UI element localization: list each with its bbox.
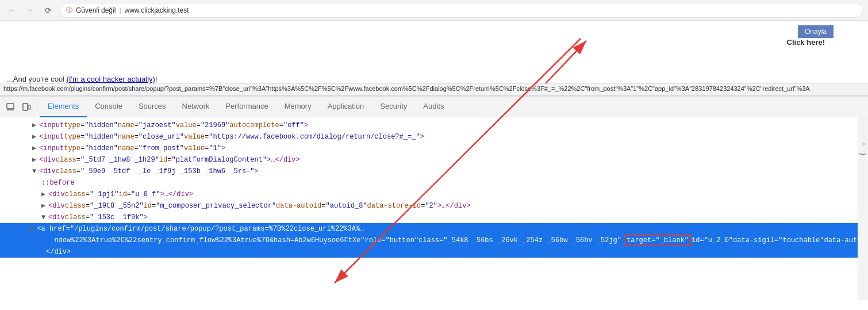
- html-line-selected-2: ndow%22%3Atrue%2C%22sentry_confirm_flow%…: [0, 235, 858, 246]
- tab-application[interactable]: Application: [320, 97, 372, 117]
- tab-performance[interactable]: Performance: [217, 97, 276, 117]
- elements-panel[interactable]: ▶ <input type="hidden" name="jazoest" va…: [0, 117, 858, 300]
- overlay-button[interactable]: Onaylа: [798, 25, 834, 38]
- html-line: ▶ <div class="_1pj1" id="u_0_f" >…</div>: [0, 189, 858, 200]
- cool-text: ...And you're cool (I'm a cool hacker ac…: [7, 75, 158, 83]
- page-content: Onaylа Click here! ...And you're cool (I…: [0, 21, 868, 95]
- html-line: ▶ <div class="_5td7 _1hw8 _1h29" id="pla…: [0, 154, 858, 166]
- html-line: ▶ <input type="hidden" name="from_post" …: [0, 143, 858, 154]
- back-button[interactable]: ←: [5, 3, 18, 17]
- url-status-bar: https://m.facebook.com/plugins/confirm/p…: [0, 83, 868, 95]
- svg-rect-4: [23, 104, 28, 110]
- tab-elements[interactable]: Elements: [40, 97, 87, 117]
- hacker-link[interactable]: (I'm a cool hacker actually): [67, 75, 155, 83]
- html-line-selected-1: … ▶ <a href="/plugins/confirm/post/share…: [0, 223, 858, 235]
- html-line-selected-3: </div>: [0, 246, 858, 258]
- device-toolbar-icon[interactable]: [18, 99, 34, 115]
- html-line: ::before: [0, 177, 858, 189]
- tab-audits[interactable]: Audits: [415, 97, 452, 117]
- html-line: ▶ <input type="hidden" name="jazoest" va…: [0, 120, 858, 131]
- devtools-content: ▶ <input type="hidden" name="jazoest" va…: [0, 117, 868, 300]
- svg-rect-5: [28, 105, 30, 109]
- sidebar-handle: e: [861, 143, 866, 146]
- click-here-text: Click here!: [787, 38, 825, 47]
- tab-security[interactable]: Security: [372, 97, 415, 117]
- refresh-button[interactable]: ⟳: [41, 3, 55, 17]
- html-line: ▶ <div class="_19t8 _55n2" id="m_compose…: [0, 200, 858, 212]
- tab-console[interactable]: Console: [87, 97, 130, 117]
- inspect-element-icon[interactable]: [2, 99, 18, 115]
- url-display: www.clickjacking.test: [125, 6, 189, 14]
- tab-network[interactable]: Network: [174, 97, 218, 117]
- tab-divider: [37, 101, 37, 113]
- security-warning-icon: ⓘ: [66, 6, 72, 14]
- tab-memory[interactable]: Memory: [276, 97, 320, 117]
- sidebar-bracket: }: [859, 153, 867, 155]
- devtools-tabs: Elements Console Sources Network Perform…: [0, 97, 868, 117]
- html-line: ▶ <input type="hidden" name="close_uri" …: [0, 131, 858, 143]
- html-line: ▼ <div class="_153c _1f9k" >: [0, 212, 858, 223]
- forward-button[interactable]: →: [23, 3, 37, 17]
- address-bar[interactable]: ⓘ Güvenli değil | www.clickjacking.test: [60, 3, 863, 18]
- browser-toolbar: ← → ⟳ ⓘ Güvenli değil | www.clickjacking…: [0, 0, 868, 21]
- tab-sources[interactable]: Sources: [130, 97, 174, 117]
- devtools-sidebar: e }: [858, 117, 868, 300]
- devtools-panel: Elements Console Sources Network Perform…: [0, 95, 868, 300]
- svg-rect-2: [7, 104, 14, 109]
- security-label: Güvenli değil: [76, 6, 116, 14]
- html-line: ▼ <div class="_59e9 _5tdf __le _1f9j _15…: [0, 166, 858, 177]
